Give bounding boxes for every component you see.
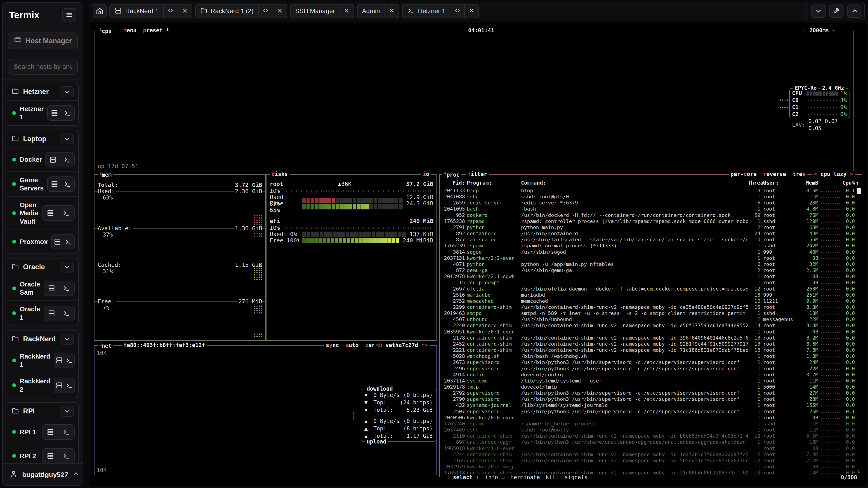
proc-row[interactable]: 1765238rspamdrspamd: controller process …	[440, 218, 862, 224]
tab[interactable]: SSH Manager	[290, 4, 354, 18]
proc-row[interactable]: 4914configdovecot/config1root3.7M0.0	[440, 372, 862, 378]
net-option-chips[interactable]: sync auto zero	[324, 342, 380, 348]
proc-row[interactable]: 872qemu-ga/usr/sbin/qemu-ga2root2.6M0.0	[440, 267, 862, 273]
host-terminal-button[interactable]	[58, 425, 74, 439]
sidebar-menu-button[interactable]	[62, 8, 76, 22]
proc-row[interactable]: 952dockerd/usr/bin/dockerd -H fd:// --co…	[440, 212, 862, 218]
proc-row[interactable]: 2041133btopbtop3root8.6M0.1	[440, 188, 862, 194]
tab-close-button[interactable]	[384, 4, 399, 18]
proc-row[interactable]: 2240containerd-shim/usr/bin/containerd-s…	[440, 322, 862, 328]
proc-row[interactable]: 4871pythonpython -u /app/main.py nftable…	[440, 261, 862, 267]
group-collapse-button[interactable]	[61, 334, 74, 345]
host-terminal-button[interactable]	[61, 106, 74, 120]
proc-row[interactable]: 2032979kworker/0:2-mm_p1root0B0.0	[440, 464, 862, 470]
host-manager-open-button[interactable]	[42, 449, 58, 463]
group-collapse-button[interactable]	[61, 406, 74, 417]
tab[interactable]: RackNerd 1	[110, 4, 192, 18]
proc-row[interactable]: 1765239rspamdrspamd: normal process (*:1…	[440, 242, 862, 249]
proc-footer-item[interactable]: terminate	[510, 474, 540, 481]
user-menu[interactable]: bugattiguy527	[3, 463, 83, 485]
host-manager-open-button[interactable]	[52, 234, 63, 249]
search-input[interactable]	[8, 59, 78, 74]
proc-row[interactable]: 1765240rspamdrspamd: hs_helper process1s…	[440, 421, 862, 427]
proc-row[interactable]: 877tailscaled/usr/sbin/tailscaled --stat…	[440, 236, 862, 242]
tools-button[interactable]	[829, 4, 844, 18]
host-terminal-button[interactable]	[64, 353, 74, 367]
proc-row[interactable]: 2516mariadbdmariadbd18999251M0.0	[440, 292, 862, 298]
tab-close-button[interactable]	[464, 4, 478, 18]
proc-row[interactable]: 3814sogod/usr/sbin/sogod199940M0.0	[440, 249, 862, 255]
proc-row[interactable]: 2496supervisord/usr/bin/python3 /usr/bin…	[440, 365, 862, 372]
update-interval[interactable]: - 2000ms +	[801, 27, 837, 34]
proc-row[interactable]: 2037114systemd/lib/systemd/systemd --use…	[440, 378, 862, 384]
proc-row[interactable]: 2040506kworker/0:0-even1root0B0.0	[440, 415, 862, 421]
proc-row[interactable]: 2019463smtpdsmtpd -n 589 -t inet -u -o s…	[440, 310, 862, 316]
proc-table[interactable]: 2041133btopbtop3root8.6M0.12041088sshdss…	[440, 188, 862, 475]
host-terminal-button[interactable]	[63, 234, 74, 249]
proc-row[interactable]: 1965018kworker/1:0-even1root0B0.0	[440, 445, 862, 451]
host-row[interactable]: RackNerd 2	[7, 372, 78, 398]
host-terminal-button[interactable]	[60, 153, 74, 167]
tab-close-button[interactable]	[273, 4, 287, 18]
proc-table-header[interactable]: Pid:Program:Command:Threads:User:MemBCpu…	[440, 180, 862, 187]
host-row[interactable]: RPI 2	[7, 444, 78, 463]
proc-footer-item[interactable]: signals	[565, 474, 587, 481]
host-manager-open-button[interactable]	[54, 378, 64, 393]
proc-footer-menu[interactable]: ↑ select ↓info ↵terminatekillsignals	[445, 474, 595, 481]
host-terminal-button[interactable]	[59, 281, 74, 295]
tab-main[interactable]: RackNerd 1	[110, 7, 163, 15]
proc-row[interactable]: 2035951kworker/0:1-even1root0B0.0	[440, 329, 862, 335]
proc-row[interactable]: 2507supervisord/usr/bin/python3 /usr/bin…	[440, 409, 862, 415]
proc-row[interactable]: 2037469sshdsshd: root@notty1root11M0.0	[440, 427, 862, 433]
proc-row[interactable]: 892containerd/usr/bin/containerd24root43…	[440, 230, 862, 236]
host-manager-open-button[interactable]	[42, 206, 58, 220]
host-terminal-button[interactable]	[61, 177, 74, 191]
host-terminal-button[interactable]	[58, 206, 74, 220]
host-terminal-button[interactable]	[58, 449, 74, 463]
host-manager-open-button[interactable]	[44, 281, 59, 295]
proc-row[interactable]: 2221containerd-shim/usr/bin/containerd-s…	[440, 347, 862, 353]
tab[interactable]: Admin	[357, 4, 399, 18]
proc-row[interactable]: 2697ofelia/usr/bin/ofelia daemon --docke…	[440, 286, 862, 292]
tab-main[interactable]: RackNerd 1 (2)	[196, 7, 258, 15]
host-manager-open-button[interactable]	[42, 425, 58, 439]
tab-split-button[interactable]	[163, 4, 178, 18]
host-manager-button[interactable]: Host Manager	[8, 33, 78, 49]
host-manager-open-button[interactable]	[48, 177, 61, 191]
home-button[interactable]	[93, 4, 107, 18]
host-group-header[interactable]: Oracle	[7, 258, 78, 275]
tabs-collapse-button[interactable]	[811, 4, 826, 18]
host-row[interactable]: Hetzner 1	[7, 100, 78, 125]
host-group-header[interactable]: Laptop	[7, 130, 78, 148]
proc-footer-item[interactable]: kill	[546, 474, 559, 481]
host-manager-open-button[interactable]	[54, 353, 64, 367]
proc-row[interactable]: 2037131kworker/2:2-even1root0B0.0	[440, 255, 862, 261]
proc-row[interactable]: 2244containerd-shim/usr/bin/containerd-s…	[440, 451, 862, 457]
tab[interactable]: Hetzner 1	[402, 4, 479, 18]
tab-main[interactable]: Admin	[358, 7, 384, 15]
tab-close-button[interactable]	[340, 4, 353, 18]
host-group-header[interactable]: Hetzner	[7, 83, 78, 100]
proc-row[interactable]: 2792supervisord/usr/bin/python3 /usr/bin…	[440, 390, 862, 396]
proc-row[interactable]: 2029178lmtpdovecot/lmtp1500014M0.0	[440, 384, 862, 390]
group-collapse-button[interactable]	[61, 86, 74, 97]
host-manager-open-button[interactable]	[48, 106, 61, 120]
host-row[interactable]: Docker	[7, 148, 78, 171]
proc-sort-selector[interactable]: < cpu lazy >	[812, 171, 855, 177]
proc-footer-item[interactable]: info ↵	[485, 474, 505, 481]
proc-row[interactable]: 2673supervisord/usr/bin/python3 /usr/bin…	[440, 359, 862, 365]
proc-scrollbar[interactable]	[857, 188, 861, 194]
host-row[interactable]: RackNerd 1	[7, 348, 78, 373]
host-manager-open-button[interactable]	[44, 306, 59, 321]
proc-footer-item[interactable]: ↑ select ↓	[446, 474, 479, 481]
host-terminal-button[interactable]	[59, 306, 74, 321]
terminal-view[interactable]: 1cpu menu preset * 04:01:41 - 2000ms + u…	[90, 23, 867, 486]
proc-row[interactable]: 2110containerd-shim/usr/bin/containerd-s…	[440, 433, 862, 439]
proc-option-chips[interactable]: per-core reverse tree	[729, 171, 807, 177]
host-terminal-button[interactable]	[64, 378, 74, 393]
tab-main[interactable]: SSH Manager	[291, 7, 340, 15]
host-row[interactable]: Open Media Vault	[7, 196, 78, 230]
proc-row[interactable]: 897unattended-upgr/usr/bin/python3 /usr/…	[440, 439, 862, 445]
proc-row[interactable]: 2013978kworker/2:1-cgwb1root0B0.0	[440, 273, 862, 280]
group-collapse-button[interactable]	[61, 262, 74, 272]
